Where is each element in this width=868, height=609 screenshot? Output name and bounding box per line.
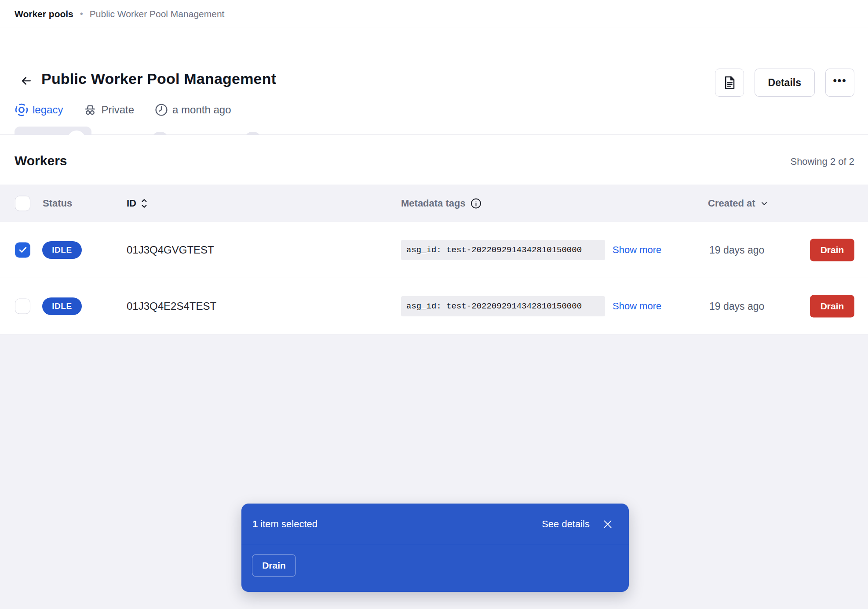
selection-toolbar-top: 1 item selected See details (241, 504, 629, 545)
page-header: Public Worker Pool Management legacy Pri… (0, 28, 868, 135)
metadata-tag: asg_id: test-2022092914342810150000 (401, 296, 605, 316)
close-icon (602, 518, 613, 530)
see-details-link[interactable]: See details (542, 518, 590, 530)
legacy-scope-icon (15, 103, 29, 117)
breadcrumb-current-page: Public Worker Pool Management (90, 9, 225, 19)
column-header-status: Status (43, 198, 72, 209)
worker-row: IDLE 01J3Q4E2S4TEST asg_id: test-2022092… (0, 278, 868, 334)
created-at-value: 19 days ago (709, 244, 764, 256)
pool-visibility-label: Private (101, 104, 134, 116)
workers-section-head: Workers Showing 2 of 2 (0, 135, 868, 185)
more-options-button[interactable]: ••• (825, 69, 854, 97)
bulk-drain-button[interactable]: Drain (252, 554, 296, 577)
arrow-left-icon (19, 74, 34, 87)
status-badge: IDLE (42, 241, 82, 259)
info-icon[interactable] (470, 197, 482, 209)
pool-meta-row: legacy Private a month ago (15, 101, 252, 119)
chevron-down-icon (760, 199, 769, 208)
selection-count-text: 1 item selected (252, 518, 317, 530)
showing-count: Showing 2 of 2 (790, 156, 854, 167)
page-title: Public Worker Pool Management (41, 70, 276, 87)
breadcrumb-worker-pools[interactable]: Worker pools (15, 9, 73, 19)
select-all-checkbox[interactable] (15, 196, 30, 211)
status-badge: IDLE (42, 297, 82, 315)
workers-heading: Workers (15, 153, 67, 168)
private-incognito-icon (83, 103, 97, 117)
pool-type[interactable]: legacy (15, 103, 63, 117)
selection-toolbar-actions: Drain (241, 545, 629, 591)
metadata-tag: asg_id: test-2022092914342810150000 (401, 240, 605, 260)
pool-updated: a month ago (154, 103, 231, 117)
details-button[interactable]: Details (755, 69, 815, 97)
show-more-link[interactable]: Show more (613, 244, 661, 256)
worker-row: IDLE 01J3Q4GVGTEST asg_id: test-20220929… (0, 222, 868, 278)
close-selection-button[interactable] (602, 518, 614, 530)
show-more-link[interactable]: Show more (613, 301, 661, 312)
sort-icon (141, 198, 148, 209)
worker-id: 01J3Q4E2S4TEST (127, 300, 216, 312)
breadcrumb: Worker pools • Public Worker Pool Manage… (0, 0, 868, 28)
row-checkbox-checked[interactable] (15, 242, 30, 257)
notes-button[interactable] (715, 69, 744, 97)
document-icon (723, 75, 736, 90)
row-checkbox[interactable] (15, 298, 30, 314)
worker-id: 01J3Q4GVGTEST (127, 244, 214, 256)
workers-table-header: Status ID Metadata tags Created at (0, 185, 868, 222)
clock-icon (154, 103, 168, 117)
drain-button[interactable]: Drain (810, 239, 854, 261)
column-header-metadata-tags: Metadata tags (401, 197, 482, 209)
column-header-id[interactable]: ID (127, 198, 148, 209)
column-header-created-at[interactable]: Created at (708, 198, 769, 209)
header-actions: Details ••• (715, 69, 854, 97)
pool-updated-label: a month ago (172, 104, 231, 116)
created-at-value: 19 days ago (709, 300, 764, 312)
back-button[interactable] (17, 71, 36, 91)
selection-count: 1 (252, 518, 258, 529)
pool-type-label: legacy (33, 104, 63, 116)
ellipsis-icon: ••• (833, 74, 846, 87)
pool-visibility: Private (83, 103, 134, 117)
drain-button[interactable]: Drain (810, 295, 854, 317)
selection-toolbar: 1 item selected See details Drain (241, 504, 629, 592)
breadcrumb-separator: • (80, 9, 83, 19)
worker-pool-page: Worker pools • Public Worker Pool Manage… (0, 0, 868, 609)
checkmark-icon (18, 245, 28, 255)
